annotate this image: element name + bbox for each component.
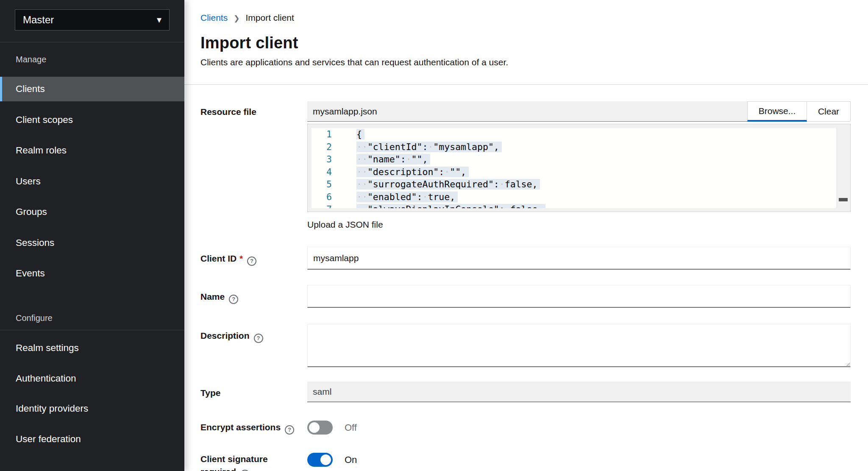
required-asterisk: * bbox=[239, 254, 243, 263]
toggle-knob bbox=[309, 422, 320, 433]
encrypt-assertions-state: Off bbox=[345, 422, 357, 433]
header-divider bbox=[184, 84, 868, 85]
sidebar-item-authentication[interactable]: Authentication bbox=[0, 366, 184, 391]
client-id-help-icon[interactable]: ? bbox=[247, 256, 256, 266]
sidebar-item-events[interactable]: Events bbox=[0, 261, 184, 286]
sidebar-section-manage: Manage bbox=[0, 53, 184, 65]
resource-file-filename-input[interactable] bbox=[307, 101, 747, 122]
name-label: Name? bbox=[200, 291, 238, 304]
encrypt-assertions-help-icon[interactable]: ? bbox=[285, 425, 294, 435]
breadcrumb-separator-icon: ❯ bbox=[234, 14, 239, 23]
name-help-icon[interactable]: ? bbox=[229, 295, 238, 304]
client-signature-toggle[interactable] bbox=[307, 453, 333, 467]
line-number: 5 bbox=[312, 178, 339, 191]
type-input bbox=[307, 382, 851, 402]
line-number: 7 bbox=[312, 203, 339, 208]
line-number: 4 bbox=[312, 166, 339, 178]
json-code-editor[interactable]: 1{2··"clientId":·"mysamlapp",3··"name":·… bbox=[307, 124, 851, 212]
line-number: 1 bbox=[312, 128, 339, 141]
description-textarea[interactable] bbox=[307, 324, 851, 367]
code-line: 4··"description":·"", bbox=[312, 166, 837, 178]
sidebar-item-realm-roles[interactable]: Realm roles bbox=[0, 138, 184, 163]
line-number: 2 bbox=[312, 141, 339, 153]
realm-selector-label: Master bbox=[23, 14, 54, 26]
resource-file-input-group: Browse... Clear bbox=[307, 101, 851, 122]
type-label: Type bbox=[200, 387, 220, 399]
client-id-label: Client ID*? bbox=[200, 253, 256, 266]
name-input[interactable] bbox=[307, 285, 851, 308]
sidebar-item-realm-settings[interactable]: Realm settings bbox=[0, 336, 184, 360]
encrypt-assertions-label: Encrypt assertions? bbox=[200, 421, 294, 435]
line-number: 6 bbox=[312, 191, 339, 203]
client-id-input[interactable] bbox=[307, 247, 851, 270]
sidebar-item-identity-providers[interactable]: Identity providers bbox=[0, 396, 184, 421]
sidebar-item-users[interactable]: Users bbox=[0, 169, 184, 194]
sidebar-item-sessions[interactable]: Sessions bbox=[0, 231, 184, 255]
breadcrumb-link-clients[interactable]: Clients bbox=[200, 13, 228, 23]
breadcrumb-current: Import client bbox=[245, 13, 294, 23]
code-line: 7··"alwaysDisplayInConsole":·false, bbox=[312, 203, 837, 208]
encrypt-assertions-toggle[interactable] bbox=[307, 421, 333, 435]
editor-scrollbar-thumb[interactable] bbox=[839, 198, 848, 201]
code-editor-content: 1{2··"clientId":·"mysamlapp",3··"name":·… bbox=[312, 128, 837, 208]
description-help-icon[interactable]: ? bbox=[254, 334, 263, 343]
sidebar: Master ▾ ManageClientsClient scopesRealm… bbox=[0, 0, 184, 471]
sidebar-divider bbox=[0, 42, 184, 42]
code-line: 2··"clientId":·"mysamlapp", bbox=[312, 141, 837, 153]
realm-selector-dropdown[interactable]: Master ▾ bbox=[15, 9, 170, 31]
code-line: 5··"surrogateAuthRequired":·false, bbox=[312, 178, 837, 191]
sidebar-item-user-federation[interactable]: User federation bbox=[0, 427, 184, 451]
browse-button[interactable]: Browse... bbox=[747, 101, 807, 122]
code-line: 1{ bbox=[312, 128, 837, 141]
toggle-knob bbox=[320, 454, 331, 465]
client-signature-state: On bbox=[345, 454, 357, 465]
upload-helper-text: Upload a JSON file bbox=[307, 220, 383, 230]
sidebar-item-client-scopes[interactable]: Client scopes bbox=[0, 108, 184, 132]
clear-button[interactable]: Clear bbox=[807, 101, 851, 122]
client-signature-label: Client signature required? bbox=[200, 453, 302, 471]
line-number: 3 bbox=[312, 153, 339, 166]
code-line: 6··"enabled":·true, bbox=[312, 191, 837, 203]
sidebar-divider bbox=[0, 330, 184, 330]
chevron-down-icon: ▾ bbox=[157, 15, 161, 25]
sidebar-item-clients[interactable]: Clients bbox=[0, 77, 184, 101]
breadcrumb: Clients ❯ Import client bbox=[200, 13, 294, 23]
sidebar-item-groups[interactable]: Groups bbox=[0, 200, 184, 224]
main-content: Clients ❯ Import client Import client Cl… bbox=[184, 0, 868, 471]
page-subtitle: Clients are applications and services th… bbox=[200, 57, 508, 67]
editor-scrollbar-track bbox=[837, 128, 837, 208]
code-line: 3··"name":·"", bbox=[312, 153, 837, 166]
page-title: Import client bbox=[200, 34, 298, 52]
description-label: Description? bbox=[200, 330, 263, 343]
resource-file-label: Resource file bbox=[200, 106, 256, 118]
sidebar-section-configure: Configure bbox=[0, 312, 184, 324]
